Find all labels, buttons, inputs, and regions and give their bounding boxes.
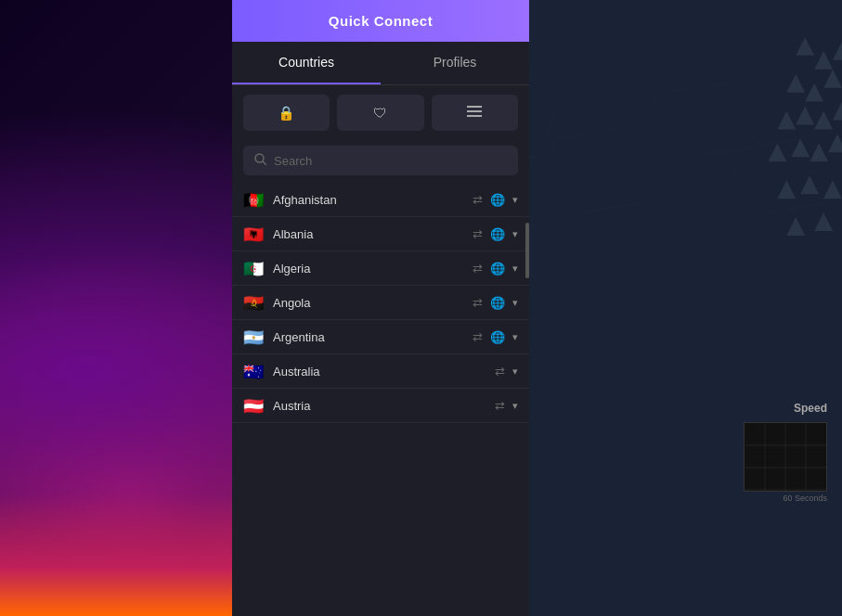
svg-marker-28 bbox=[768, 143, 786, 161]
list-item[interactable]: 🇦🇹 Austria ⇄ ▾ bbox=[232, 389, 529, 423]
refresh-icon[interactable]: ⇄ bbox=[473, 227, 483, 241]
shield-icon: 🛡 bbox=[373, 105, 387, 121]
country-flag: 🇦🇱 bbox=[243, 226, 264, 241]
country-name: Austria bbox=[273, 399, 495, 413]
country-flag: 🇩🇿 bbox=[243, 261, 264, 276]
svg-marker-30 bbox=[810, 143, 828, 161]
search-box bbox=[243, 146, 518, 175]
svg-marker-50 bbox=[814, 212, 833, 231]
country-actions: ⇄ 🌐 ▾ bbox=[473, 330, 518, 344]
svg-rect-63 bbox=[467, 110, 482, 112]
tab-countries[interactable]: Countries bbox=[232, 42, 381, 84]
country-actions: ⇄ ▾ bbox=[495, 399, 518, 413]
chevron-down-icon[interactable]: ▾ bbox=[512, 263, 518, 275]
country-flag: 🇦🇹 bbox=[243, 398, 264, 413]
chevron-down-icon[interactable]: ▾ bbox=[512, 400, 518, 412]
svg-line-66 bbox=[263, 161, 266, 165]
refresh-icon[interactable]: ⇄ bbox=[495, 399, 505, 413]
country-flag: 🇦🇴 bbox=[243, 295, 264, 310]
refresh-icon[interactable]: ⇄ bbox=[473, 330, 483, 344]
svg-marker-40 bbox=[777, 180, 796, 199]
list-item[interactable]: 🇦🇱 Albania ⇄ 🌐 ▾ bbox=[232, 217, 529, 251]
svg-marker-19 bbox=[814, 111, 833, 130]
refresh-icon[interactable]: ⇄ bbox=[473, 296, 483, 310]
chevron-down-icon[interactable]: ▾ bbox=[512, 331, 518, 343]
filter-shield-button[interactable]: 🛡 bbox=[337, 95, 423, 131]
svg-marker-2 bbox=[833, 42, 842, 60]
globe-icon[interactable]: 🌐 bbox=[490, 330, 505, 344]
country-list: 🇦🇫 Afghanistan ⇄ 🌐 ▾ 🇦🇱 Albania ⇄ 🌐 ▾ 🇩🇿… bbox=[232, 183, 529, 616]
refresh-icon[interactable]: ⇄ bbox=[495, 365, 505, 379]
list-item[interactable]: 🇦🇫 Afghanistan ⇄ 🌐 ▾ bbox=[232, 183, 529, 217]
svg-point-65 bbox=[255, 154, 264, 162]
sixty-seconds-label: 60 Seconds bbox=[783, 494, 827, 503]
country-name: Afghanistan bbox=[273, 193, 473, 207]
tabs-bar: Countries Profiles bbox=[232, 42, 529, 85]
svg-marker-41 bbox=[800, 175, 819, 194]
svg-marker-1 bbox=[814, 51, 833, 70]
list-item[interactable]: 🇩🇿 Algeria ⇄ 🌐 ▾ bbox=[232, 251, 529, 286]
search-area bbox=[232, 140, 529, 183]
country-flag: 🇦🇺 bbox=[243, 364, 264, 379]
vpn-panel: Quick Connect Countries Profiles 🔒 🛡 bbox=[232, 0, 529, 616]
country-actions: ⇄ 🌐 ▾ bbox=[473, 227, 518, 241]
svg-marker-0 bbox=[796, 37, 814, 56]
filter-list-button[interactable] bbox=[432, 95, 518, 131]
country-flag: 🇦🇷 bbox=[243, 329, 264, 344]
svg-marker-20 bbox=[833, 102, 842, 121]
filter-lock-button[interactable]: 🔒 bbox=[243, 95, 330, 131]
country-name: Algeria bbox=[273, 262, 473, 276]
lock-icon: 🔒 bbox=[278, 105, 295, 122]
search-input[interactable] bbox=[274, 154, 507, 168]
search-icon bbox=[254, 153, 266, 168]
svg-marker-17 bbox=[777, 111, 796, 130]
country-actions: ⇄ 🌐 ▾ bbox=[473, 193, 518, 207]
country-name: Argentina bbox=[273, 330, 473, 344]
chevron-down-icon[interactable]: ▾ bbox=[512, 297, 518, 309]
svg-marker-18 bbox=[796, 107, 814, 125]
country-actions: ⇄ 🌐 ▾ bbox=[473, 296, 518, 310]
globe-icon[interactable]: 🌐 bbox=[490, 227, 505, 241]
globe-icon[interactable]: 🌐 bbox=[490, 296, 505, 310]
refresh-icon[interactable]: ⇄ bbox=[473, 262, 483, 276]
quick-connect-button[interactable]: Quick Connect bbox=[232, 0, 529, 42]
svg-marker-49 bbox=[786, 217, 805, 236]
refresh-icon[interactable]: ⇄ bbox=[473, 193, 483, 207]
svg-rect-64 bbox=[467, 115, 482, 117]
list-icon bbox=[467, 104, 482, 122]
chevron-down-icon[interactable]: ▾ bbox=[512, 194, 518, 206]
list-item[interactable]: 🇦🇷 Argentina ⇄ 🌐 ▾ bbox=[232, 320, 529, 354]
speed-title: Speed bbox=[794, 402, 827, 415]
list-item[interactable]: 🇦🇴 Angola ⇄ 🌐 ▾ bbox=[232, 286, 529, 320]
list-item[interactable]: 🇦🇺 Australia ⇄ ▾ bbox=[232, 354, 529, 389]
svg-marker-31 bbox=[828, 134, 842, 152]
country-name: Australia bbox=[273, 365, 495, 379]
chevron-down-icon[interactable]: ▾ bbox=[512, 228, 518, 240]
filter-row: 🔒 🛡 bbox=[232, 85, 529, 140]
svg-marker-8 bbox=[786, 74, 805, 93]
globe-icon[interactable]: 🌐 bbox=[490, 262, 505, 276]
svg-marker-10 bbox=[823, 70, 842, 88]
country-actions: ⇄ 🌐 ▾ bbox=[473, 262, 518, 276]
scrollbar[interactable] bbox=[525, 223, 529, 278]
country-name: Albania bbox=[273, 227, 473, 241]
country-actions: ⇄ ▾ bbox=[495, 365, 518, 379]
country-name: Angola bbox=[273, 296, 473, 310]
globe-icon[interactable]: 🌐 bbox=[490, 193, 505, 207]
chevron-down-icon[interactable]: ▾ bbox=[512, 366, 518, 378]
country-flag: 🇦🇫 bbox=[243, 192, 264, 207]
svg-rect-62 bbox=[467, 106, 482, 108]
tab-profiles[interactable]: Profiles bbox=[381, 42, 529, 84]
speed-graph bbox=[744, 422, 827, 492]
svg-marker-42 bbox=[823, 180, 842, 199]
svg-marker-9 bbox=[805, 83, 823, 102]
